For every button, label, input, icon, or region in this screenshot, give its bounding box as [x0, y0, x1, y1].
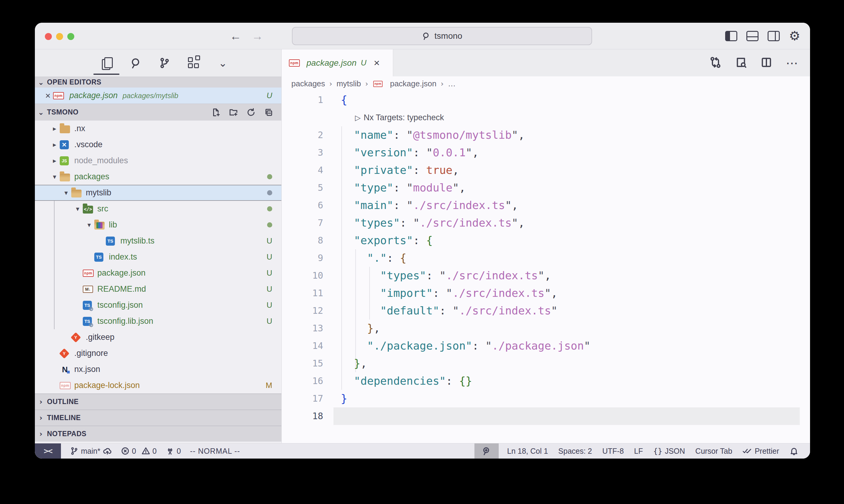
forward-arrow-icon[interactable]: →: [251, 30, 264, 43]
pane-header-timeline[interactable]: ›TIMELINE: [35, 410, 281, 426]
tree-item--gitkeep[interactable]: Y.gitkeep: [35, 329, 281, 345]
remote-indicator[interactable]: ><: [35, 444, 61, 458]
vim-mode-indicator[interactable]: -- NORMAL --: [190, 447, 240, 455]
codelens-gutter-gap: [282, 109, 333, 126]
git-decoration-dot: [267, 190, 272, 195]
zoom-status-item[interactable]: [475, 444, 499, 458]
command-center-search[interactable]: tsmono: [292, 27, 592, 45]
tree-item--vscode[interactable]: ▸✕.vscode: [35, 137, 281, 152]
chevron-down-icon[interactable]: ▾: [49, 173, 60, 181]
tree-item-package-lock-json[interactable]: npmpackage-lock.jsonM: [35, 377, 281, 393]
search-view-icon[interactable]: [129, 56, 142, 70]
breadcrumb-item[interactable]: package.json: [390, 79, 436, 88]
code-line-18: [341, 408, 590, 425]
formatter-label: Prettier: [755, 447, 779, 455]
new-folder-icon[interactable]: [228, 108, 238, 117]
tree-item-nx-json[interactable]: Nnx.json: [35, 361, 281, 377]
chevron-right-icon[interactable]: ▸: [49, 141, 60, 148]
encoding-item[interactable]: UTF-8: [602, 447, 624, 455]
tree-item-label: index.ts: [109, 252, 137, 262]
new-file-icon[interactable]: [211, 108, 221, 117]
tree-item-index-ts[interactable]: TSindex.tsU: [35, 249, 281, 265]
chevron-right-icon[interactable]: ▸: [49, 157, 60, 164]
toggle-secondary-sidebar-icon[interactable]: [768, 31, 780, 41]
chevron-right-icon[interactable]: ▸: [49, 125, 60, 132]
status-bar: >< main* 0 0 0 -- NORMAL -- Ln 18, Col 1…: [35, 443, 810, 458]
file-tree: ▸.nx▸✕.vscode▸JSnode_modules▾packages▾my…: [35, 121, 281, 393]
indentation-item[interactable]: Spaces: 2: [558, 447, 592, 455]
git-icon: Y: [60, 350, 73, 357]
language-mode-item[interactable]: {} JSON: [653, 447, 685, 455]
collapse-all-icon[interactable]: [264, 108, 273, 117]
branch-name: main*: [81, 447, 100, 455]
tree-item-label: tsconfig.lib.json: [97, 317, 153, 326]
line-number: 5: [282, 179, 333, 197]
cursor-tab-item[interactable]: Cursor Tab: [695, 447, 733, 455]
tree-item--gitignore[interactable]: Y.gitignore: [35, 345, 281, 361]
problems-item[interactable]: 0 0: [121, 447, 157, 455]
ts-icon: TS: [106, 237, 119, 246]
breadcrumb-item[interactable]: …: [448, 79, 455, 88]
pane-header-notepads[interactable]: ›NOTEPADS: [35, 426, 281, 442]
open-editor-item[interactable]: × npm package.json packages/mytslib U: [35, 88, 281, 104]
pane-title: OUTLINE: [47, 398, 79, 406]
more-actions-icon[interactable]: ⋯: [786, 56, 798, 70]
open-editors-header[interactable]: ⌄ OPEN EDITORS: [35, 77, 281, 88]
tree-item-mytslib-ts[interactable]: TSmytslib.tsU: [35, 233, 281, 249]
eol-item[interactable]: LF: [634, 447, 643, 455]
tree-item-packages[interactable]: ▾packages: [35, 169, 281, 185]
tree-item--nx[interactable]: ▸.nx: [35, 121, 281, 137]
open-preview-icon[interactable]: [735, 56, 747, 70]
chevron-down-icon[interactable]: ▾: [61, 189, 71, 197]
chevron-down-icon[interactable]: ▾: [84, 221, 94, 229]
tree-item-label: .gitignore: [74, 348, 108, 358]
compare-changes-icon[interactable]: [709, 56, 722, 70]
settings-gear-icon[interactable]: ⚙: [789, 30, 800, 42]
source-control-icon[interactable]: [158, 56, 171, 70]
breadcrumb-item[interactable]: mytslib: [337, 79, 361, 88]
run-play-icon: ▷: [355, 113, 360, 122]
toggle-sidebar-icon[interactable]: [725, 31, 737, 41]
tree-item-mytslib[interactable]: ▾mytslib: [35, 185, 281, 201]
back-arrow-icon[interactable]: ←: [229, 30, 242, 43]
maximize-window-button[interactable]: [67, 33, 74, 40]
tree-item-lib[interactable]: ▾lib: [35, 217, 281, 233]
git-icon: Y: [71, 334, 85, 341]
breadcrumb-item[interactable]: packages: [291, 79, 325, 88]
close-tab-icon[interactable]: ×: [374, 57, 380, 69]
tree-item-tsconfig-json[interactable]: TStsconfig.jsonU: [35, 297, 281, 313]
code-line-9: ".": {: [341, 249, 590, 267]
tree-item-package-json[interactable]: npmpackage.jsonU: [35, 265, 281, 281]
tab-bar: npm package.json U × ⋯: [282, 49, 810, 76]
notifications-bell-icon[interactable]: [789, 447, 798, 455]
more-views-chevron-icon[interactable]: ⌄: [216, 56, 229, 70]
chevron-down-icon[interactable]: ▾: [72, 205, 83, 213]
extensions-icon[interactable]: [187, 56, 201, 70]
chevron-down-icon: ⌄: [35, 78, 47, 87]
tree-item-readme-md[interactable]: M↓README.mdU: [35, 281, 281, 297]
code-area[interactable]: 123456789101112131415161718 {▷Nx Targets…: [282, 91, 810, 443]
git-branch-item[interactable]: main*: [70, 447, 112, 455]
code-line-4: "private": true,: [341, 161, 590, 179]
code-line-12: "default": "./src/index.ts": [341, 302, 590, 320]
refresh-icon[interactable]: [246, 108, 256, 117]
tree-item-label: src: [97, 204, 108, 214]
tree-item-label: .nx: [74, 124, 85, 133]
minimize-window-button[interactable]: [56, 33, 63, 40]
tree-item-node-modules[interactable]: ▸JSnode_modules: [35, 152, 281, 169]
close-window-button[interactable]: [45, 33, 52, 40]
cursor-position-item[interactable]: Ln 18, Col 1: [507, 447, 548, 455]
split-editor-icon[interactable]: [760, 56, 773, 70]
explorer-icon[interactable]: [100, 56, 113, 70]
line-number: 7: [282, 214, 333, 232]
toggle-panel-icon[interactable]: [746, 31, 758, 41]
pane-header-outline[interactable]: ›OUTLINE: [35, 393, 281, 410]
ports-item[interactable]: 0: [166, 447, 181, 455]
tab-package-json[interactable]: npm package.json U ×: [282, 49, 393, 76]
tree-item-tsconfig-lib-json[interactable]: TStsconfig.lib.jsonU: [35, 313, 281, 329]
close-icon[interactable]: ×: [43, 91, 53, 101]
explorer-section-header[interactable]: ⌄ TSMONO: [35, 104, 281, 121]
tree-item-src[interactable]: ▾</>src: [35, 201, 281, 217]
codelens-nx-targets[interactable]: ▷Nx Targets: typecheck: [341, 109, 590, 126]
formatter-item[interactable]: Prettier: [742, 447, 779, 455]
